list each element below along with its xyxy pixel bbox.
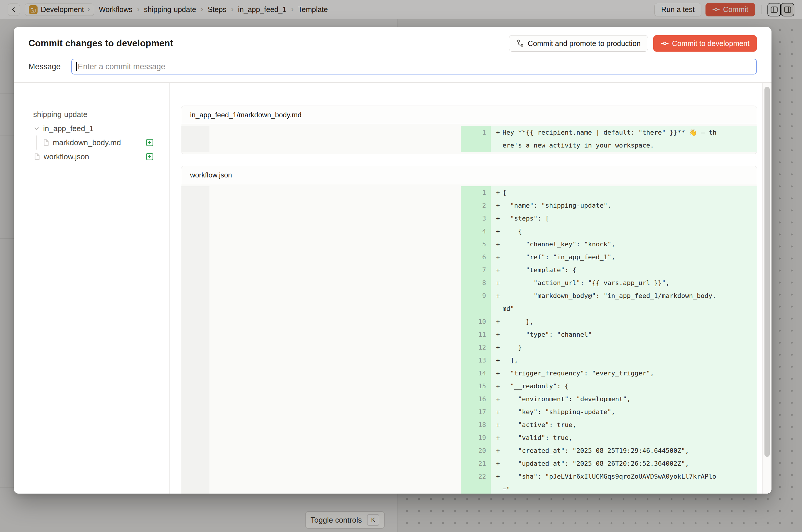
line-number: 14 bbox=[461, 367, 491, 380]
old-line-content bbox=[209, 126, 461, 152]
added-line: + "template": { bbox=[491, 264, 757, 277]
old-line-content bbox=[209, 238, 461, 251]
old-line-content bbox=[209, 341, 461, 354]
old-line-gutter bbox=[181, 444, 209, 457]
diff-line: 2+ "name": "shipping-update", bbox=[181, 199, 757, 212]
old-line-gutter bbox=[181, 251, 209, 264]
diff-add-marker: + bbox=[491, 199, 503, 212]
old-line-gutter bbox=[181, 393, 209, 405]
diff-panel: workflow.json1+{2+ "name": "shipping-upd… bbox=[181, 166, 757, 494]
diff-add-marker: + bbox=[491, 186, 503, 199]
commit-to-dev-label: Commit to development bbox=[672, 39, 749, 48]
line-number: 22 bbox=[461, 470, 491, 494]
step-group-label: in_app_feed_1 bbox=[43, 124, 94, 133]
old-line-content bbox=[209, 289, 461, 315]
commit-and-promote-button[interactable]: Commit and promote to production bbox=[509, 35, 648, 52]
commit-to-development-button[interactable]: Commit to development bbox=[653, 35, 757, 52]
diff-line: 8+ "action_url": "{{ vars.app_url }}", bbox=[181, 277, 757, 289]
added-line: + "__readonly": { bbox=[491, 380, 757, 393]
added-line: + "channel_key": "knock", bbox=[491, 238, 757, 251]
tree-group-step[interactable]: in_app_feed_1 bbox=[33, 121, 153, 135]
old-line-gutter bbox=[181, 277, 209, 289]
code-text: ], bbox=[503, 354, 717, 367]
diff-list: in_app_feed_1/markdown_body.md1+Hey **{{… bbox=[170, 83, 771, 494]
tree-file-markdown-body[interactable]: markdown_body.md bbox=[42, 135, 153, 150]
old-line-content bbox=[209, 225, 461, 238]
old-line-gutter bbox=[181, 289, 209, 315]
old-line-gutter bbox=[181, 328, 209, 341]
added-line: + "sha": "pJeLVir6xIlUCMGqs9qroZoUAVDSwA… bbox=[491, 470, 757, 494]
tree-file-workflow-json[interactable]: workflow.json bbox=[33, 150, 153, 164]
scrollbar-thumb[interactable] bbox=[764, 87, 770, 457]
added-line: + "steps": [ bbox=[491, 212, 757, 225]
diff-filename: workflow.json bbox=[181, 166, 757, 184]
code-text: "valid": true, bbox=[503, 432, 717, 444]
diff-body: 1+{2+ "name": "shipping-update",3+ "step… bbox=[181, 184, 757, 494]
code-text: Hey **{{ recipient.name | default: "ther… bbox=[503, 126, 717, 152]
file-name: workflow.json bbox=[44, 152, 89, 161]
diff-line: 7+ "template": { bbox=[181, 264, 757, 277]
old-line-content bbox=[209, 186, 461, 199]
added-line: + ], bbox=[491, 354, 757, 367]
added-line: + } bbox=[491, 341, 757, 354]
diff-add-marker: + bbox=[491, 289, 503, 302]
old-line-content bbox=[209, 432, 461, 444]
old-line-content bbox=[209, 251, 461, 264]
added-line: +Hey **{{ recipient.name | default: "the… bbox=[491, 126, 757, 152]
code-text: "updated_at": "2025-08-26T20:26:52.36400… bbox=[503, 457, 717, 470]
line-number: 8 bbox=[461, 277, 491, 289]
added-line: + "trigger_frequency": "every_trigger", bbox=[491, 367, 757, 380]
diff-add-marker: + bbox=[491, 341, 503, 354]
diff-add-marker: + bbox=[491, 277, 503, 289]
diff-add-marker: + bbox=[491, 418, 503, 432]
diff-add-marker: + bbox=[491, 126, 503, 139]
modal-body: shipping-update in_app_feed_1 bbox=[14, 83, 771, 494]
added-line: + "name": "shipping-update", bbox=[491, 199, 757, 212]
line-number: 12 bbox=[461, 341, 491, 354]
code-text: } bbox=[503, 341, 717, 354]
line-number: 20 bbox=[461, 444, 491, 457]
added-line: + "environment": "development", bbox=[491, 393, 757, 405]
diff-line: 9+ "markdown_body@": "in_app_feed_1/mark… bbox=[181, 289, 757, 315]
diff-line: 16+ "environment": "development", bbox=[181, 393, 757, 405]
old-line-content bbox=[209, 470, 461, 494]
code-text: "created_at": "2025-08-25T19:29:46.64450… bbox=[503, 444, 717, 457]
diff-add-marker: + bbox=[491, 315, 503, 328]
diff-filename: in_app_feed_1/markdown_body.md bbox=[181, 106, 757, 124]
changed-files-tree: shipping-update in_app_feed_1 bbox=[14, 83, 170, 494]
diff-add-marker: + bbox=[491, 470, 503, 483]
added-line: + "markdown_body@": "in_app_feed_1/markd… bbox=[491, 289, 757, 315]
diff-panel: in_app_feed_1/markdown_body.md1+Hey **{{… bbox=[181, 106, 757, 154]
diff-line: 1+{ bbox=[181, 186, 757, 199]
code-text: "key": "shipping-update", bbox=[503, 405, 717, 418]
line-number: 18 bbox=[461, 418, 491, 432]
diff-add-marker: + bbox=[491, 393, 503, 405]
added-line: + "ref": "in_app_feed_1", bbox=[491, 251, 757, 264]
line-number: 4 bbox=[461, 225, 491, 238]
diff-line: 10+ }, bbox=[181, 315, 757, 328]
modal-title: Commit changes to development bbox=[29, 38, 173, 49]
commit-icon bbox=[660, 39, 669, 48]
line-number: 11 bbox=[461, 328, 491, 341]
commit-message-input[interactable] bbox=[71, 59, 757, 75]
modal-scrollbar[interactable] bbox=[762, 83, 771, 494]
code-text: "channel_key": "knock", bbox=[503, 238, 717, 251]
diff-add-marker: + bbox=[491, 225, 503, 238]
old-line-content bbox=[209, 393, 461, 405]
promote-branch-icon bbox=[516, 39, 524, 48]
old-line-gutter bbox=[181, 126, 209, 152]
old-line-gutter bbox=[181, 186, 209, 199]
old-line-content bbox=[209, 444, 461, 457]
added-line: + "created_at": "2025-08-25T19:29:46.644… bbox=[491, 444, 757, 457]
diff-line: 17+ "key": "shipping-update", bbox=[181, 405, 757, 418]
old-line-content bbox=[209, 264, 461, 277]
added-line: + "action_url": "{{ vars.app_url }}", bbox=[491, 277, 757, 289]
diff-line: 5+ "channel_key": "knock", bbox=[181, 238, 757, 251]
added-file-badge bbox=[146, 153, 153, 160]
chevron-down-icon bbox=[33, 125, 40, 132]
line-number: 1 bbox=[461, 186, 491, 199]
code-text: "__readonly": { bbox=[503, 380, 717, 393]
diff-line: 3+ "steps": [ bbox=[181, 212, 757, 225]
diff-body: 1+Hey **{{ recipient.name | default: "th… bbox=[181, 124, 757, 154]
line-number: 16 bbox=[461, 393, 491, 405]
